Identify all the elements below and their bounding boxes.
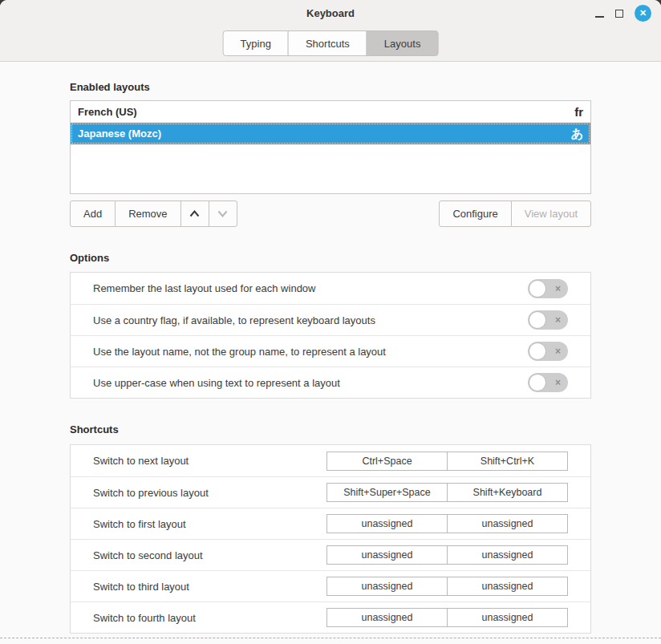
keybinding-button[interactable]: unassigned — [326, 608, 448, 627]
tab-shortcuts[interactable]: Shortcuts — [288, 30, 367, 56]
toggle-off-icon: × — [555, 346, 561, 356]
shortcut-row-second-layout: Switch to second layout unassigned unass… — [71, 539, 590, 570]
tab-bar: Typing Shortcuts Layouts — [223, 30, 439, 56]
option-row-layout-name: Use the layout name, not the group name,… — [71, 335, 590, 367]
close-icon[interactable]: ✕ — [635, 5, 651, 22]
shortcuts-list: Switch to next layout Ctrl+Space Shift+C… — [70, 444, 591, 634]
keybinding-button[interactable]: Ctrl+Space — [326, 452, 448, 471]
option-label: Use upper-case when using text to repres… — [93, 377, 528, 389]
tab-layouts[interactable]: Layouts — [367, 30, 439, 56]
keybinding-group: unassigned unassigned — [326, 608, 568, 627]
keybinding-button[interactable]: Shift+Super+Space — [326, 483, 448, 502]
window-header: Keyboard ✕ Typing Shortcuts Layouts — [0, 0, 661, 62]
toggle-off-icon: × — [555, 378, 561, 387]
shortcuts-header: Shortcuts — [70, 424, 591, 435]
shortcut-label: Switch to second layout — [93, 549, 326, 561]
scroll-edge-divider — [0, 638, 661, 644]
toggle-knob — [529, 342, 546, 360]
keybinding-button[interactable]: Shift+Keyboard — [447, 483, 568, 502]
keybinding-button[interactable]: unassigned — [447, 577, 568, 596]
keybinding-button[interactable]: unassigned — [447, 545, 568, 565]
toggle-off-icon: × — [555, 315, 561, 325]
option-row-country-flag: Use a country flag, if available, to rep… — [71, 304, 590, 335]
options-list: Remember the last layout used for each w… — [70, 272, 591, 399]
option-label: Use the layout name, not the group name,… — [93, 346, 528, 358]
shortcut-row-first-layout: Switch to first layout unassigned unassi… — [71, 508, 590, 539]
layouts-page: Enabled layouts French (US) fr Japanese … — [0, 62, 661, 638]
toggle-knob — [529, 374, 546, 391]
options-header: Options — [70, 253, 591, 263]
enabled-layouts-list[interactable]: French (US) fr Japanese (Mozc) あ — [70, 100, 591, 194]
move-up-button[interactable] — [180, 200, 209, 227]
upper-case-toggle[interactable]: × — [528, 373, 568, 392]
keybinding-button[interactable]: unassigned — [447, 608, 568, 627]
view-layout-button[interactable]: View layout — [511, 200, 591, 227]
option-label: Remember the last layout used for each w… — [93, 282, 528, 294]
remove-button[interactable]: Remove — [115, 200, 180, 227]
keybinding-button[interactable]: Shift+Ctrl+K — [447, 452, 568, 471]
add-button[interactable]: Add — [70, 200, 116, 227]
keybinding-group: unassigned unassigned — [326, 545, 568, 565]
shortcut-label: Switch to previous layout — [93, 487, 326, 499]
keybinding-button[interactable]: unassigned — [447, 514, 568, 533]
layout-name: Japanese (Mozc) — [78, 128, 571, 140]
layout-name: French (US) — [78, 106, 574, 118]
keybinding-button[interactable]: unassigned — [326, 545, 448, 565]
shortcut-row-fourth-layout: Switch to fourth layout unassigned unass… — [71, 601, 590, 633]
minimize-icon[interactable] — [595, 16, 604, 18]
option-row-upper-case: Use upper-case when using text to repres… — [71, 367, 590, 398]
shortcut-label: Switch to next layout — [93, 455, 326, 467]
layout-action-button-group: Configure View layout — [439, 200, 591, 227]
shortcut-label: Switch to fourth layout — [93, 612, 326, 624]
layout-row-japanese[interactable]: Japanese (Mozc) あ — [71, 123, 590, 144]
shortcut-label: Switch to third layout — [93, 581, 326, 593]
chevron-down-icon — [217, 210, 228, 217]
shortcut-row-previous-layout: Switch to previous layout Shift+Super+Sp… — [71, 476, 590, 508]
toggle-off-icon: × — [555, 284, 561, 294]
keybinding-button[interactable]: unassigned — [326, 514, 448, 533]
chevron-up-icon — [189, 210, 200, 217]
keybinding-button[interactable]: unassigned — [326, 577, 448, 596]
window-title: Keyboard — [306, 7, 355, 19]
layout-indicator-badge: fr — [574, 106, 583, 118]
keybinding-group: unassigned unassigned — [326, 514, 568, 533]
layout-name-toggle[interactable]: × — [528, 342, 568, 361]
maximize-icon[interactable] — [615, 10, 623, 18]
country-flag-toggle[interactable]: × — [528, 310, 568, 330]
titlebar[interactable]: Keyboard ✕ — [0, 0, 661, 26]
shortcut-label: Switch to first layout — [93, 518, 326, 530]
shortcut-row-next-layout: Switch to next layout Ctrl+Space Shift+C… — [71, 445, 590, 476]
keybinding-group: Ctrl+Space Shift+Ctrl+K — [326, 452, 568, 471]
tab-typing[interactable]: Typing — [223, 30, 289, 56]
option-row-remember-layout: Remember the last layout used for each w… — [71, 273, 590, 304]
toggle-knob — [529, 311, 546, 329]
shortcut-row-third-layout: Switch to third layout unassigned unassi… — [71, 570, 590, 601]
list-edit-button-group: Add Remove — [70, 200, 237, 227]
option-label: Use a country flag, if available, to rep… — [93, 314, 528, 326]
enabled-layouts-header: Enabled layouts — [70, 82, 591, 92]
window-controls: ✕ — [595, 0, 651, 26]
keybinding-group: unassigned unassigned — [326, 577, 568, 596]
layout-indicator-badge: あ — [571, 128, 583, 140]
move-down-button[interactable] — [209, 200, 237, 227]
remember-layout-toggle[interactable]: × — [528, 279, 568, 298]
keyboard-window: Keyboard ✕ Typing Shortcuts Layouts Enab… — [0, 0, 661, 644]
keybinding-group: Shift+Super+Space Shift+Keyboard — [326, 483, 568, 502]
toggle-knob — [529, 280, 546, 298]
configure-button[interactable]: Configure — [439, 200, 511, 227]
layouts-toolbar: Add Remove Configure View layout — [70, 200, 591, 227]
layout-row-french[interactable]: French (US) fr — [71, 101, 590, 123]
